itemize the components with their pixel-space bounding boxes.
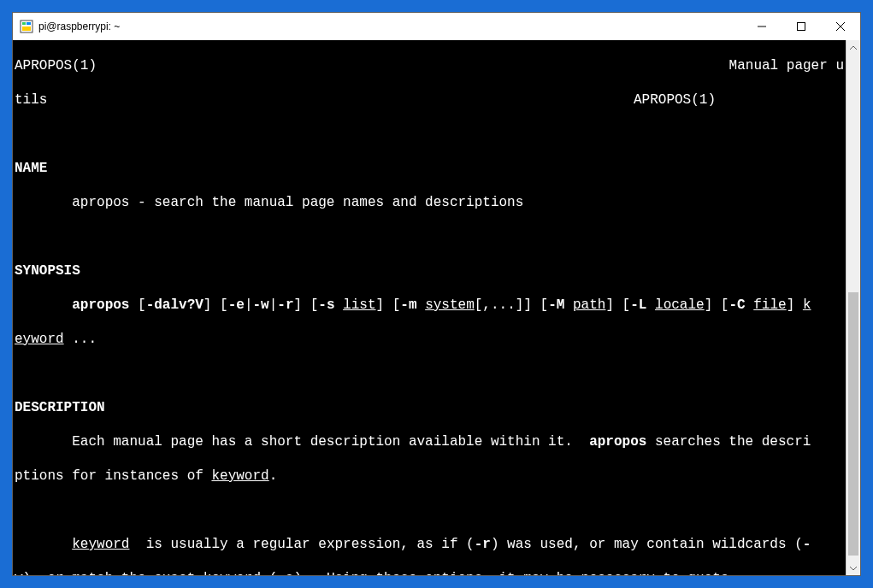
svg-rect-2 xyxy=(27,22,31,25)
man-header-left: APROPOS(1) xyxy=(15,57,97,74)
terminal-window: pi@raspberrypi: ~ APROPOS(1)Manual pager… xyxy=(12,12,861,576)
terminal-area: APROPOS(1)Manual pager u tilsAPROPOS(1) … xyxy=(13,40,860,575)
app-icon xyxy=(20,20,33,33)
svg-rect-3 xyxy=(22,26,31,31)
scroll-track[interactable] xyxy=(846,55,860,561)
minimize-button[interactable] xyxy=(742,13,782,40)
window-title: pi@raspberrypi: ~ xyxy=(38,21,742,32)
man-header-wrap-left: tils xyxy=(15,91,47,109)
maximize-button[interactable] xyxy=(782,13,821,40)
scroll-thumb[interactable] xyxy=(848,292,858,556)
scrollbar[interactable] xyxy=(846,40,860,575)
man-header-wrap-right: APROPOS(1) xyxy=(634,91,844,109)
titlebar[interactable]: pi@raspberrypi: ~ xyxy=(13,13,860,40)
svg-rect-1 xyxy=(22,22,26,25)
name-header: NAME xyxy=(15,160,844,177)
scroll-down-icon[interactable] xyxy=(846,561,860,575)
terminal-content[interactable]: APROPOS(1)Manual pager u tilsAPROPOS(1) … xyxy=(13,40,846,575)
scroll-up-icon[interactable] xyxy=(846,40,860,55)
svg-rect-5 xyxy=(798,23,805,31)
man-header-center: Manual pager u xyxy=(729,57,844,74)
name-line: apropos - search the manual page names a… xyxy=(15,194,844,211)
close-button[interactable] xyxy=(821,13,860,40)
synopsis-header: SYNOPSIS xyxy=(15,262,844,279)
window-buttons xyxy=(742,13,860,40)
description-header: DESCRIPTION xyxy=(15,399,844,416)
